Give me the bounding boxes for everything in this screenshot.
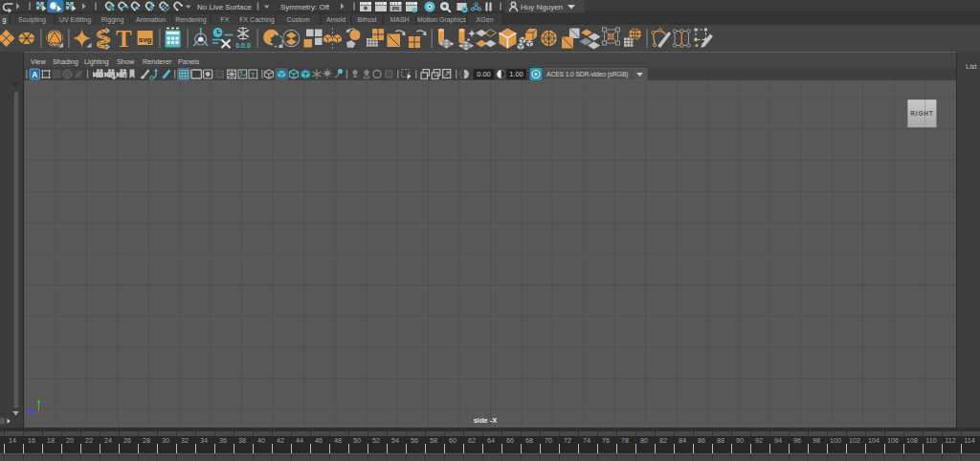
svg-text:0.0.0: 0.0.0 <box>235 42 251 49</box>
svg-text:svg: svg <box>139 35 152 44</box>
svg-text:A: A <box>32 70 37 79</box>
svg-text:T: T <box>251 72 256 78</box>
svg-text:RIGHT: RIGHT <box>910 110 933 117</box>
svg-text:1.00: 1.00 <box>509 70 523 78</box>
svg-text:No Live Surface: No Live Surface <box>197 3 252 11</box>
svg-text:T: T <box>116 26 132 52</box>
svg-text:X: X <box>40 407 44 413</box>
svg-text:0.00: 0.00 <box>477 70 491 78</box>
svg-text:IPR: IPR <box>392 7 400 11</box>
svg-text:ACES 1.0 SDR-video (sRGB): ACES 1.0 SDR-video (sRGB) <box>546 71 628 78</box>
svg-text:Symmetry: Off: Symmetry: Off <box>280 3 330 11</box>
svg-text:Huy Nguyen: Huy Nguyen <box>521 3 563 11</box>
svg-text:side -X: side -X <box>474 416 498 425</box>
